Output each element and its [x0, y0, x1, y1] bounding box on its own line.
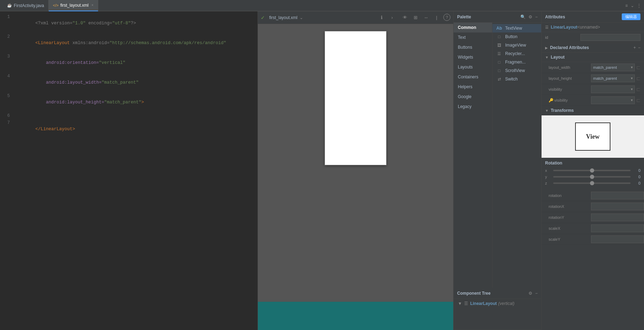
code-editor[interactable]: 1 <?xml version="1.0" encoding="utf-8"?>…: [0, 11, 258, 330]
edit-button[interactable]: 编辑器: [622, 13, 640, 20]
toggle-icon[interactable]: ↔: [422, 14, 430, 22]
tree-expand-icon: ▼: [458, 301, 462, 306]
palette-item-recyclerview[interactable]: ☰ Recycler...: [492, 49, 541, 58]
transforms-title: Transforms: [551, 108, 640, 113]
scaley-input[interactable]: [591, 235, 644, 243]
layout-height-pin-icon[interactable]: ⊏: [636, 76, 640, 81]
more-options-icon[interactable]: ⋮: [637, 3, 641, 8]
category-containers[interactable]: Containers: [454, 72, 492, 82]
palette-item-imageview[interactable]: 🖼 ImageView: [492, 41, 541, 49]
rotation-z-thumb[interactable]: [590, 181, 594, 185]
linearlayout-icon: ☰: [464, 301, 468, 306]
forward-icon[interactable]: ›: [388, 14, 396, 22]
id-input[interactable]: [580, 34, 640, 41]
menu-icon[interactable]: ≡: [625, 3, 628, 8]
palette-item-scrollview-label: ScrollView: [505, 68, 525, 73]
rotation-y-thumb[interactable]: [590, 175, 594, 179]
scrollview-icon: □: [496, 68, 502, 73]
add-declared-attr-icon[interactable]: +: [633, 45, 636, 50]
teal-preview: [258, 302, 453, 330]
category-helpers[interactable]: Helpers: [454, 82, 492, 92]
rotation-x-value: 0: [633, 168, 640, 173]
line-number-7: 7: [0, 120, 14, 126]
category-legacy[interactable]: Legacy: [454, 102, 492, 112]
tab-close-button[interactable]: ×: [91, 3, 94, 7]
rotationx-field-label: rotationX: [549, 204, 591, 209]
layout-section-header[interactable]: ▼ Layout: [542, 53, 644, 62]
attributes-title: Attributes: [545, 14, 622, 19]
button-icon: □: [496, 35, 502, 39]
recyclerview-icon: ☰: [496, 52, 502, 56]
rotation-y-slider[interactable]: [553, 176, 631, 178]
layout-height-select[interactable]: match_parent wrap_content: [591, 74, 635, 82]
layout-width-select[interactable]: match_parent wrap_content: [591, 64, 635, 71]
rotationy-field-label: rotationY: [549, 215, 591, 220]
rotationx-field-row: rotationX ⊏: [542, 201, 644, 212]
component-type-name: LinearLayout: [551, 25, 577, 30]
rotation-z-label: z: [545, 181, 550, 185]
visibility-pin-icon[interactable]: ⊏: [636, 86, 640, 92]
eye-icon[interactable]: 👁: [401, 14, 409, 22]
palette-item-fragment[interactable]: □ Fragmen...: [492, 58, 541, 66]
category-google[interactable]: Google: [454, 92, 492, 102]
category-text[interactable]: Text: [454, 32, 492, 42]
palette-item-textview[interactable]: Ab TextView: [492, 24, 541, 32]
rotationy-input[interactable]: [591, 214, 644, 221]
rotation-z-row: z 0: [545, 181, 640, 185]
visibility-key-select[interactable]: [591, 96, 635, 104]
rotation-title: Rotation: [545, 161, 640, 166]
category-common[interactable]: Common: [454, 23, 492, 32]
tab-first-layout[interactable]: </> first_layout.xml ×: [49, 0, 98, 11]
line-content-2: <LinearLayout xmlns:android="http://sche…: [14, 34, 258, 53]
palette-item-scrollview[interactable]: □ ScrollView: [492, 66, 541, 75]
gear-icon[interactable]: ⚙: [528, 14, 532, 19]
palette-header-icons: 🔍 ⚙ −: [520, 14, 538, 19]
attributes-panel: Attributes 编辑器 ☰ LinearLayout <unnamed> …: [542, 11, 644, 330]
main-layout: 1 <?xml version="1.0" encoding="utf-8"?>…: [0, 11, 644, 330]
rotation-input[interactable]: [591, 192, 644, 199]
declared-attr-arrow: ▶: [545, 46, 548, 50]
tree-gear-icon[interactable]: ⚙: [528, 291, 532, 296]
remove-declared-attr-icon[interactable]: −: [638, 45, 640, 50]
category-buttons[interactable]: Buttons: [454, 42, 492, 52]
rotation-x-thumb[interactable]: [590, 168, 594, 173]
check-icon: ✓: [261, 15, 265, 20]
line-content-5: android:layout_height="match_parent">: [14, 93, 258, 112]
design-toolbar-icons: ℹ ›: [378, 14, 396, 22]
rotationx-input[interactable]: [591, 203, 644, 210]
tree-sublabel-linearlayout: (vertical): [498, 301, 514, 306]
rotation-x-slider[interactable]: [553, 170, 631, 171]
phone-screen: [325, 31, 386, 165]
rotation-x-row: x 0: [545, 168, 640, 173]
info-icon[interactable]: ℹ: [378, 14, 385, 22]
code-line-6: 6: [0, 112, 258, 119]
title-bar-actions: ≡ ⌄ ⋮: [625, 3, 641, 8]
search-icon[interactable]: 🔍: [520, 14, 526, 19]
tab-first-activity[interactable]: ☕ FirstActivity.java: [3, 0, 49, 11]
layout-width-pin-icon[interactable]: ⊏: [636, 65, 640, 70]
palette-categories: Common Text Buttons Widgets Layouts Cont…: [454, 23, 492, 288]
minimize-icon[interactable]: −: [535, 14, 538, 19]
filename-dropdown-icon[interactable]: ⌄: [300, 15, 303, 20]
tree-item-linearlayout[interactable]: ▼ ☰ LinearLayout (vertical): [454, 299, 541, 308]
category-widgets[interactable]: Widgets: [454, 52, 492, 62]
palette-item-switch[interactable]: ⇄ Switch: [492, 75, 541, 83]
blueprint-icon[interactable]: ⊞: [412, 14, 419, 22]
scalex-input[interactable]: [591, 224, 644, 232]
design-top-bar: ✓ first_layout.xml ⌄ ℹ › 👁 ⊞ ↔ | ?: [258, 11, 453, 24]
declared-attributes-header[interactable]: ▶ Declared Attributes + −: [542, 43, 644, 53]
category-layouts[interactable]: Layouts: [454, 62, 492, 72]
visibility-select[interactable]: visible invisible gone: [591, 85, 635, 93]
transforms-section-header[interactable]: ▼ Transforms: [542, 106, 644, 115]
visibility-row: visibility visible invisible gone ▼ ⊏: [542, 84, 644, 95]
rotation-z-slider[interactable]: [553, 182, 631, 184]
tab-label-first-layout: first_layout.xml: [60, 3, 89, 8]
attributes-header: Attributes 编辑器: [542, 11, 644, 23]
help-icon[interactable]: ?: [443, 14, 450, 21]
tree-label-linearlayout: LinearLayout: [470, 301, 497, 306]
java-icon: ☕: [7, 3, 12, 8]
tree-minimize-icon[interactable]: −: [535, 291, 538, 296]
palette-item-button[interactable]: □ Button: [492, 32, 541, 41]
dropdown-icon[interactable]: ⌄: [631, 3, 634, 8]
visibility-key-pin-icon[interactable]: ⊏: [636, 97, 640, 103]
